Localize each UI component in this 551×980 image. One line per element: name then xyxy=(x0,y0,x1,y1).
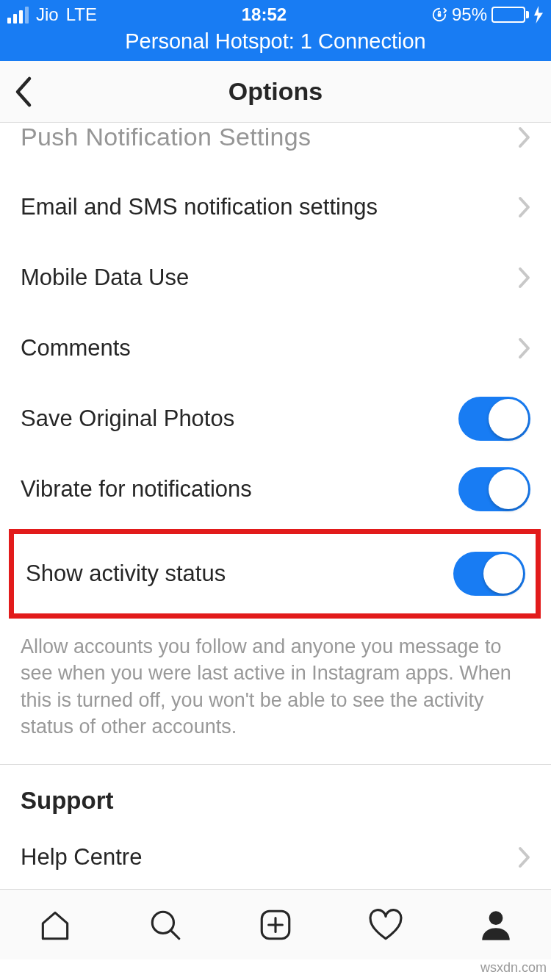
page-title: Options xyxy=(0,77,551,106)
toggle-save-photos[interactable] xyxy=(458,397,530,441)
chevron-right-icon xyxy=(517,267,530,289)
row-activity-status: Show activity status xyxy=(9,529,541,619)
svg-point-6 xyxy=(489,911,503,925)
home-icon xyxy=(37,907,73,943)
toggle-activity-status[interactable] xyxy=(453,552,525,596)
heart-icon xyxy=(367,907,404,943)
toggle-vibrate[interactable] xyxy=(458,467,530,511)
back-button[interactable] xyxy=(13,76,32,108)
chevron-right-icon xyxy=(517,126,530,148)
search-icon xyxy=(147,907,184,943)
chevron-right-icon xyxy=(517,337,530,359)
row-vibrate: Vibrate for notifications xyxy=(0,454,551,525)
row-label: Save Original Photos xyxy=(21,406,234,432)
watermark: wsxdn.com xyxy=(480,960,547,976)
svg-point-1 xyxy=(152,912,173,933)
signal-icon xyxy=(7,6,29,24)
person-icon xyxy=(478,907,514,943)
tab-create[interactable] xyxy=(255,904,296,945)
battery-percent: 95% xyxy=(452,4,487,25)
orientation-lock-icon xyxy=(431,7,447,23)
status-bar: Jio LTE 18:52 95% xyxy=(0,0,551,29)
row-label: Vibrate for notifications xyxy=(21,476,252,502)
tab-home[interactable] xyxy=(35,904,76,945)
row-email-sms[interactable]: Email and SMS notification settings xyxy=(0,172,551,242)
network-label: LTE xyxy=(66,4,97,25)
hotspot-banner[interactable]: Personal Hotspot: 1 Connection xyxy=(0,29,551,61)
options-list: Push Notification Settings Email and SMS… xyxy=(0,123,551,910)
carrier-label: Jio xyxy=(36,4,59,25)
chevron-right-icon xyxy=(517,196,530,218)
row-label: Push Notification Settings xyxy=(21,123,311,151)
activity-status-description: Allow accounts you follow and anyone you… xyxy=(0,623,551,764)
row-label: Mobile Data Use xyxy=(21,264,189,291)
tab-bar xyxy=(0,889,551,959)
tab-profile[interactable] xyxy=(475,904,516,945)
chevron-left-icon xyxy=(13,76,32,108)
row-save-photos: Save Original Photos xyxy=(0,383,551,454)
row-push-notifications[interactable]: Push Notification Settings xyxy=(0,123,551,172)
chevron-right-icon xyxy=(517,846,530,868)
section-support: Support xyxy=(0,765,551,822)
tab-search[interactable] xyxy=(145,904,186,945)
plus-square-icon xyxy=(257,907,294,943)
svg-rect-0 xyxy=(438,13,442,17)
row-help-centre[interactable]: Help Centre xyxy=(0,822,551,893)
battery-icon xyxy=(491,7,529,23)
row-label: Help Centre xyxy=(21,844,142,871)
row-label: Show activity status xyxy=(26,561,226,587)
row-mobile-data[interactable]: Mobile Data Use xyxy=(0,242,551,313)
row-label: Comments xyxy=(21,335,131,361)
svg-line-2 xyxy=(171,931,179,938)
clock: 18:52 xyxy=(97,4,431,25)
nav-header: Options xyxy=(0,61,551,123)
tab-activity[interactable] xyxy=(365,904,406,945)
row-comments[interactable]: Comments xyxy=(0,313,551,383)
charging-icon xyxy=(533,6,544,24)
row-label: Email and SMS notification settings xyxy=(21,194,378,220)
